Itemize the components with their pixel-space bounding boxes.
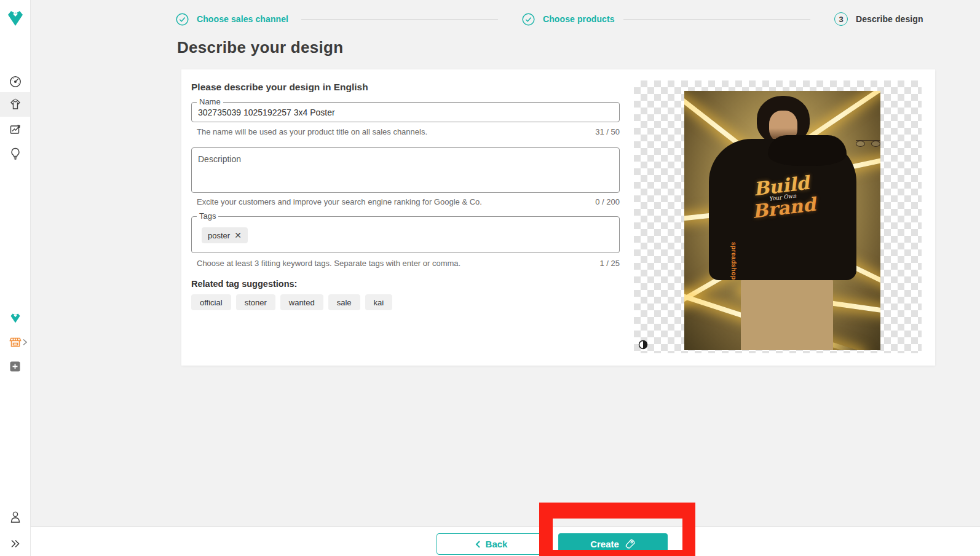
sidebar-item-marketplace[interactable] <box>0 310 30 326</box>
contrast-toggle-icon[interactable] <box>638 340 648 350</box>
tags-helper-text: Choose at least 3 fitting keyword tags. … <box>197 259 460 268</box>
suggestion-chip[interactable]: kai <box>365 294 393 310</box>
name-helper-row: The name will be used as your product ti… <box>197 127 620 136</box>
shop-icon <box>9 335 22 349</box>
hoodie-hood <box>768 135 847 166</box>
step2-label[interactable]: Choose products <box>543 14 615 24</box>
description-textarea[interactable] <box>192 148 619 192</box>
step-connector <box>301 19 498 20</box>
page-title: Describe your design <box>177 38 343 57</box>
sidebar <box>0 0 31 556</box>
description-helper-row: Excite your customers and improve your s… <box>197 197 620 206</box>
hoodie-design-print: Build Your Own Brand <box>707 170 858 225</box>
name-helper-text: The name will be used as your product ti… <box>197 127 427 136</box>
plus-icon <box>10 361 20 372</box>
sidebar-item-dashboard[interactable] <box>0 73 30 90</box>
statistics-icon <box>8 122 23 136</box>
tags-field-label: Tags <box>197 212 218 221</box>
step-connector <box>623 19 810 20</box>
rocket-icon <box>624 538 636 550</box>
sidebar-item-account[interactable] <box>0 509 30 526</box>
suggestion-chip[interactable]: sale <box>328 294 360 310</box>
step1-check-icon <box>176 13 189 26</box>
model-glasses <box>856 140 880 146</box>
name-input[interactable] <box>192 103 619 122</box>
annotation-highlight-top <box>539 503 695 519</box>
description-field <box>191 147 620 193</box>
footer-divider <box>31 527 980 527</box>
remove-tag-icon[interactable]: ✕ <box>234 231 242 240</box>
describe-design-card: Please describe your design in English N… <box>181 69 935 366</box>
annotation-highlight-bottom <box>539 550 695 556</box>
tags-field[interactable]: Tags poster ✕ <box>191 216 620 253</box>
description-helper-text: Excite your customers and improve your s… <box>197 197 482 206</box>
annotation-highlight-left <box>539 503 553 556</box>
back-button[interactable]: Back <box>437 533 546 555</box>
gauge-icon <box>8 74 23 89</box>
sidebar-item-shop[interactable] <box>0 334 30 351</box>
tags-char-counter: 1 / 25 <box>599 259 620 268</box>
sidebar-item-ideas[interactable] <box>0 145 30 162</box>
name-field: Name <box>191 102 620 122</box>
chevron-left-icon <box>475 540 481 549</box>
step3-number-badge: 3 <box>834 12 848 26</box>
tag-suggestions-row: official stoner wanted sale kai <box>191 294 392 310</box>
tag-chip-poster[interactable]: poster ✕ <box>202 227 248 243</box>
spreadshirt-mini-logo-icon <box>9 312 22 324</box>
sidebar-item-products[interactable] <box>0 92 30 117</box>
sidebar-expand-toggle[interactable] <box>0 536 30 552</box>
tag-suggestions-heading: Related tag suggestions: <box>191 279 297 289</box>
product-preview-image: Build Your Own Brand spreadshop <box>684 91 880 350</box>
chevron-right-icon <box>22 339 28 346</box>
person-icon <box>9 510 22 525</box>
step1-label[interactable]: Choose sales channel <box>197 14 288 24</box>
lightbulb-icon <box>9 146 22 161</box>
description-char-counter: 0 / 200 <box>595 197 620 206</box>
spreadshirt-logo[interactable] <box>0 7 30 29</box>
spreadshirt-heart-icon <box>6 9 25 28</box>
back-button-label: Back <box>486 539 508 549</box>
sidebar-item-statistics[interactable] <box>0 120 30 138</box>
step3-label: Describe design <box>856 14 923 24</box>
annotation-highlight-right <box>682 503 695 556</box>
tag-chip-label: poster <box>208 231 230 240</box>
tags-helper-row: Choose at least 3 fitting keyword tags. … <box>197 259 620 268</box>
suggestion-chip[interactable]: stoner <box>236 294 275 310</box>
model-pants <box>741 275 833 350</box>
tshirt-icon <box>8 97 23 112</box>
create-button-label: Create <box>590 539 619 549</box>
design-preview-area: Build Your Own Brand spreadshop <box>634 80 922 353</box>
suggestion-chip[interactable]: wanted <box>280 294 323 310</box>
suggestion-chip[interactable]: official <box>191 294 231 310</box>
name-char-counter: 31 / 50 <box>595 127 620 136</box>
double-chevron-right-icon <box>9 539 22 549</box>
sleeve-brand-text: spreadshop <box>730 242 737 280</box>
model-hoodie: Build Your Own Brand spreadshop <box>709 139 856 280</box>
step2-check-icon <box>522 13 535 26</box>
sidebar-item-add[interactable] <box>0 359 30 374</box>
form-heading: Please describe your design in English <box>191 82 368 93</box>
